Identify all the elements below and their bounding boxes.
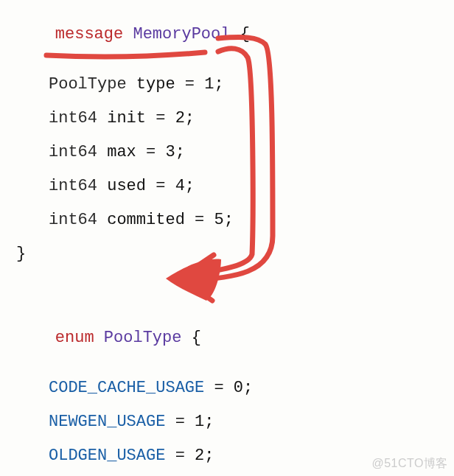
- field-type: int64: [49, 109, 97, 127]
- field-type: int64: [49, 177, 97, 195]
- field-name: commited: [107, 211, 185, 229]
- type-name-memorypool: MemoryPool: [133, 25, 230, 43]
- field-line: int64 used = 4;: [16, 178, 454, 195]
- keyword-message: message: [55, 25, 123, 43]
- enum-value-line: CODE_CACHE_USAGE = 0;: [16, 380, 454, 396]
- field-name: init: [107, 109, 146, 127]
- enum-const: NEWGEN_USAGE: [49, 413, 165, 431]
- brace-open: {: [240, 25, 250, 43]
- brace-close-line: }: [16, 246, 454, 262]
- field-num: 2: [175, 109, 185, 127]
- field-name: type: [136, 75, 175, 94]
- enum-value-line: NEWGEN_USAGE = 1;: [16, 414, 454, 430]
- field-num: 5: [214, 211, 223, 229]
- enum-const: CODE_CACHE_USAGE: [49, 379, 204, 397]
- field-line: PoolType type = 1;: [16, 77, 454, 93]
- brace-open: {: [192, 329, 201, 347]
- blank-line: [16, 280, 454, 296]
- field-num: 1: [204, 75, 214, 94]
- watermark: @51CTO博客: [371, 456, 448, 472]
- code-block: message MemoryPool { PoolType type = 1; …: [0, 0, 454, 476]
- field-type: PoolType: [49, 75, 127, 94]
- field-line: int64 commited = 5;: [16, 212, 454, 228]
- field-name: used: [107, 177, 146, 195]
- enum-const: OLDGEN_USAGE: [49, 447, 165, 465]
- field-num: 3: [165, 143, 175, 161]
- field-name: max: [107, 143, 136, 161]
- field-line: int64 max = 3;: [16, 144, 454, 161]
- type-name-pooltype: PoolType: [104, 329, 182, 347]
- keyword-enum: enum: [55, 329, 94, 347]
- field-num: 4: [175, 177, 185, 195]
- enum-decl-line: enum PoolType {: [16, 314, 454, 363]
- field-type: int64: [49, 143, 97, 161]
- message-decl-line: message MemoryPool {: [16, 10, 454, 59]
- field-type: int64: [49, 211, 97, 229]
- field-line: int64 init = 2;: [16, 111, 454, 127]
